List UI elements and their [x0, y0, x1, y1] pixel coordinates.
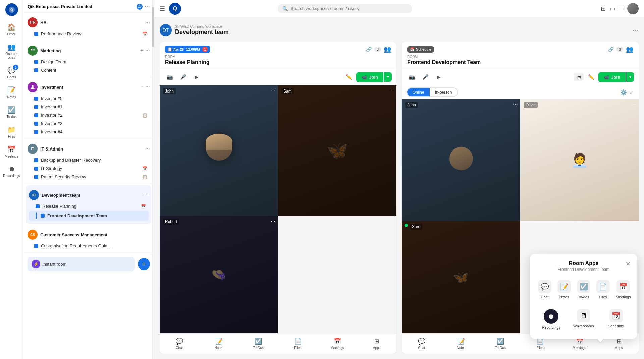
- top-logo[interactable]: Q: [169, 3, 181, 15]
- layout-icon[interactable]: ▭: [610, 5, 615, 12]
- footer-files-1[interactable]: 📄 Files: [278, 336, 318, 351]
- sidebar-item-meetings[interactable]: 📅 Meetings: [2, 143, 22, 161]
- app-logo[interactable]: Q: [5, 3, 18, 16]
- grid-icon[interactable]: ⊞: [601, 5, 606, 12]
- sidebar-item-recordings[interactable]: ⏺ Recordings: [2, 163, 22, 180]
- room-color-indicator: [34, 158, 38, 162]
- app-todos[interactable]: ☑️ To-dos: [576, 277, 592, 302]
- room-item-design-team[interactable]: Design Team: [28, 58, 150, 66]
- footer-chat-2[interactable]: 💬 Chat: [402, 336, 441, 351]
- room-name-investor4: Investor #4: [41, 129, 147, 134]
- cell-actions-john[interactable]: ⋯: [271, 88, 275, 94]
- room-item-investor1[interactable]: Investor #1: [28, 103, 150, 111]
- room-item-investor3[interactable]: Investor #3: [28, 119, 150, 128]
- settings-icon[interactable]: ⚙️: [620, 89, 627, 96]
- app-notes[interactable]: 📝 Notes: [556, 277, 572, 302]
- footer-apps-1[interactable]: ⊞ Apps: [357, 336, 396, 351]
- online-tab[interactable]: Online: [407, 88, 430, 96]
- group-more-investment[interactable]: ⋯: [145, 84, 150, 90]
- footer-todos-label: To-Dos: [253, 346, 264, 350]
- workspace-more-icon[interactable]: ⋯: [633, 26, 639, 34]
- room-item-investor5[interactable]: Investor #5: [28, 94, 150, 103]
- room2-play-btn[interactable]: ▶: [433, 72, 444, 82]
- app-meetings[interactable]: 📅 Meetings: [614, 277, 632, 302]
- sidebar-item-office[interactable]: 🏠 Office: [2, 20, 22, 39]
- group-more-it[interactable]: ⋯: [145, 146, 150, 152]
- group-header-dev[interactable]: DT Development team ⋯: [29, 188, 149, 202]
- footer-notes-2[interactable]: 📝 Notes: [441, 336, 481, 351]
- footer-todos-1[interactable]: ☑️ To-Dos: [238, 336, 278, 351]
- sidebar-item-files[interactable]: 📁 Files: [2, 123, 22, 141]
- room-item-content[interactable]: Content: [28, 66, 150, 74]
- room-item-release-planning[interactable]: Release Planning 📅: [29, 202, 149, 211]
- app-chat-icon: 💬: [538, 280, 551, 293]
- room2-mic-btn[interactable]: 🎤: [420, 72, 431, 82]
- room2-video-off-btn[interactable]: 📷: [407, 72, 417, 82]
- room1-join-button[interactable]: 📹 Join: [356, 72, 383, 82]
- popup-close-button[interactable]: ✕: [626, 260, 631, 268]
- room2-title: Frontend Development Team: [407, 59, 633, 65]
- share-icon[interactable]: 🔗: [366, 47, 372, 52]
- app-chat[interactable]: 💬 Chat: [537, 277, 553, 302]
- room2-join-arrow[interactable]: ▾: [626, 72, 634, 82]
- cell-actions-sam[interactable]: ⋯: [389, 88, 394, 94]
- room2-join-button[interactable]: 📹 Join: [598, 72, 626, 82]
- cell-actions-olivia[interactable]: ⋯: [631, 102, 636, 107]
- footer-meetings-1[interactable]: 📅 Meetings: [318, 336, 357, 351]
- footer-todos-2[interactable]: ☑️ To-Dos: [481, 336, 520, 351]
- create-button[interactable]: +: [138, 258, 150, 270]
- group-more-marketing[interactable]: ⋯: [145, 48, 150, 54]
- room-item-investor4[interactable]: Investor #4: [28, 128, 150, 136]
- user-avatar[interactable]: [627, 3, 639, 14]
- room2-lang-selector[interactable]: en: [574, 73, 584, 81]
- footer-notes-icon-2: 📝: [458, 338, 465, 345]
- room2-participant-count: 3: [616, 47, 623, 52]
- group-header-it[interactable]: IT IT & Admin ⋯: [28, 142, 150, 156]
- group-add-marketing[interactable]: +: [140, 48, 143, 54]
- room-item-patent[interactable]: Patent Security Review 📋: [28, 173, 150, 181]
- hamburger-icon[interactable]: ☰: [160, 5, 165, 12]
- group-header-hr[interactable]: HR HR ⋯: [28, 15, 150, 29]
- app-whiteboards[interactable]: 🖥 Whiteboards: [569, 306, 598, 332]
- footer-chat-1[interactable]: 💬 Chat: [160, 336, 199, 351]
- group-header-investment[interactable]: Investment + ⋯: [28, 80, 150, 94]
- sidebar-item-chats[interactable]: 💬 1 Chats: [2, 64, 22, 82]
- room-item-it-strategy[interactable]: IT Strategy 📅: [28, 164, 150, 173]
- room1-video-btn[interactable]: 📷: [164, 72, 175, 82]
- group-add-investment[interactable]: +: [140, 84, 143, 90]
- room1-edit-btn[interactable]: ✏️: [343, 72, 354, 82]
- cell-actions-robert[interactable]: ⋯: [271, 219, 275, 224]
- sidebar-item-one-on-ones[interactable]: 👥 One-on-ones: [2, 40, 22, 62]
- room-item-investor2[interactable]: Investor #2 📋: [28, 111, 150, 119]
- room-color-indicator: [34, 60, 38, 64]
- inperson-tab[interactable]: In-person: [430, 88, 458, 96]
- expand-icon[interactable]: ⤢: [630, 89, 634, 96]
- room-apps-popup[interactable]: Room Apps Frontend Development Team ✕ 💬 …: [530, 254, 637, 339]
- more-menu-icon[interactable]: ⋯: [145, 3, 150, 10]
- share-icon-2[interactable]: 🔗: [608, 47, 614, 52]
- group-header-cs[interactable]: CS Customer Success Management: [28, 228, 150, 242]
- cell-actions-john-2[interactable]: ⋯: [513, 102, 518, 107]
- search-input[interactable]: [291, 6, 407, 11]
- room1-play-btn[interactable]: ▶: [191, 72, 202, 82]
- footer-notes-1[interactable]: 📝 Notes: [199, 336, 239, 351]
- room-name-release-planning: Release Planning: [42, 204, 138, 209]
- room-item-backup[interactable]: Backup and Disaster Recovery: [28, 156, 150, 164]
- room1-mic-btn[interactable]: 🎤: [178, 72, 189, 82]
- svg-point-4: [32, 85, 34, 87]
- app-schedule[interactable]: 📆 Schedule: [601, 306, 631, 332]
- group-more-hr[interactable]: ⋯: [145, 20, 150, 25]
- room1-join-arrow[interactable]: ▾: [384, 72, 392, 82]
- group-more-dev[interactable]: ⋯: [144, 192, 149, 198]
- app-recordings[interactable]: ⏺ Recordings: [537, 306, 566, 332]
- room-item-frontend-dev[interactable]: Frontend Development Team: [29, 211, 149, 221]
- sidebar-item-notes[interactable]: 📝 Notes: [2, 83, 22, 102]
- agenda-icon: 📋: [167, 47, 172, 52]
- room2-edit-btn[interactable]: ✏️: [586, 72, 596, 82]
- app-files[interactable]: 📄 Files: [595, 277, 611, 302]
- room-item-performance-review[interactable]: Performance Review 📅: [28, 29, 150, 38]
- sidebar-item-todos[interactable]: ☑️ To-dos: [2, 103, 22, 121]
- group-header-marketing[interactable]: Marketing + ⋯: [28, 44, 150, 58]
- room-item-customisation[interactable]: Customisation Requirements Guid...: [28, 242, 150, 250]
- window-icon[interactable]: □: [620, 5, 623, 12]
